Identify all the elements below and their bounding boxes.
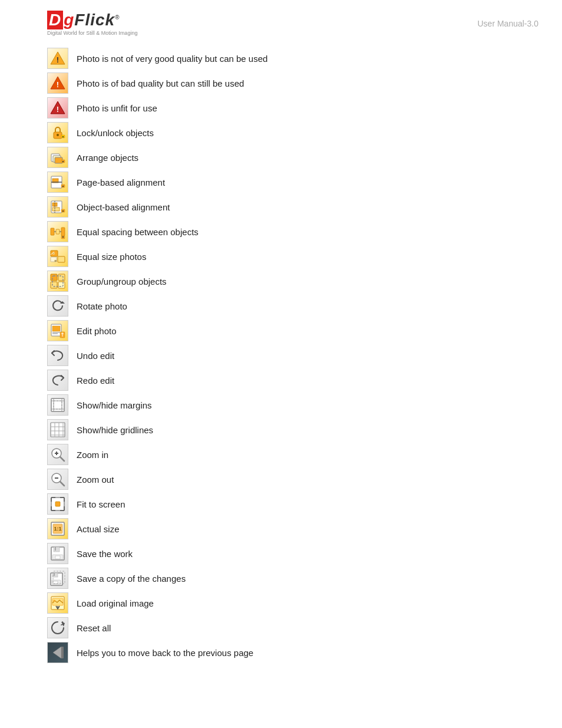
list-item: Helps you to move back to the previous p… xyxy=(47,642,515,663)
svg-rect-28 xyxy=(61,228,65,236)
photo-quality-good-icon: ! xyxy=(47,48,68,69)
list-item: Show/hide margins xyxy=(47,394,515,416)
gridlines-label: Show/hide gridlines xyxy=(77,425,153,435)
undo-label: Undo edit xyxy=(77,351,114,361)
warning-orange-svg: ! xyxy=(49,75,66,91)
list-item: Redo edit xyxy=(47,370,515,391)
page-alignment-label: Page-based alignment xyxy=(77,177,165,187)
svg-rect-86 xyxy=(54,547,59,552)
logo: DgFlick® Digital World for Still & Motio… xyxy=(47,11,137,36)
rotate-svg xyxy=(49,298,66,314)
logo-g: g xyxy=(64,11,74,29)
undo-svg xyxy=(49,347,66,364)
list-item: ▼ Equal spacing between objects xyxy=(47,221,515,242)
list-item: Load original image xyxy=(47,592,515,614)
svg-line-71 xyxy=(60,482,64,486)
margins-label: Show/hide margins xyxy=(77,400,152,410)
svg-rect-34 xyxy=(58,256,65,262)
content-area: ! Photo is not of very good quality but … xyxy=(0,42,562,690)
photo-quality-bad-icon: ! xyxy=(47,73,68,94)
arrange-label: Arrange objects xyxy=(77,153,138,163)
svg-rect-89 xyxy=(55,556,60,559)
list-item: Reset all xyxy=(47,617,515,638)
svg-text:▼: ▼ xyxy=(62,160,65,163)
svg-rect-46 xyxy=(52,326,60,331)
zoom-out-icon xyxy=(47,469,68,490)
svg-text:1:1: 1:1 xyxy=(54,526,61,532)
list-item: Rotate photo xyxy=(47,295,515,317)
svg-text:!: ! xyxy=(57,80,59,89)
back-svg xyxy=(49,644,66,661)
svg-text:▼: ▼ xyxy=(62,185,65,188)
logo-flick: Flick xyxy=(74,11,115,29)
fit-screen-icon xyxy=(47,493,68,515)
zoom-out-label: Zoom out xyxy=(77,475,114,485)
list-item: ▼ Object-based alignment xyxy=(47,196,515,218)
lock-unlock-label: Lock/unlock objects xyxy=(77,128,154,138)
group-icon xyxy=(47,271,68,292)
svg-rect-22 xyxy=(52,207,59,211)
fit-screen-label: Fit to screen xyxy=(77,499,125,509)
svg-rect-52 xyxy=(51,398,64,411)
margins-icon xyxy=(47,394,68,416)
svg-rect-39 xyxy=(51,274,57,281)
list-item: ▼ Lock/unlock objects xyxy=(47,122,515,143)
arrange-icon: ▼ xyxy=(47,147,68,168)
load-original-label: Load original image xyxy=(77,598,154,608)
list-item: 1:1 Actual size xyxy=(47,518,515,539)
back-icon xyxy=(47,642,68,663)
svg-rect-41 xyxy=(51,282,57,288)
equal-size-label: Equal size photos xyxy=(77,252,146,262)
grid-svg xyxy=(49,421,66,438)
margins-svg xyxy=(49,397,66,413)
spacing-svg: ▼ xyxy=(49,223,66,240)
save-svg xyxy=(49,545,66,562)
svg-rect-94 xyxy=(53,581,58,584)
list-item: ≡ Equal size photos xyxy=(47,246,515,267)
logo-trademark: ® xyxy=(115,14,120,21)
photo-quality-good-label: Photo is not of very good quality but ca… xyxy=(77,54,267,64)
back-label: Helps you to move back to the previous p… xyxy=(77,648,253,658)
svg-text:!: ! xyxy=(57,105,59,114)
list-item: Show/hide gridlines xyxy=(47,419,515,440)
logo-d: D xyxy=(47,11,63,29)
svg-point-98 xyxy=(54,600,55,602)
rotate-label: Rotate photo xyxy=(77,301,127,311)
photo-unfit-label: Photo is unfit for use xyxy=(77,103,157,113)
gridlines-icon xyxy=(47,419,68,440)
reset-svg xyxy=(49,620,66,636)
lock-unlock-icon: ▼ xyxy=(47,122,68,143)
svg-text:▼: ▼ xyxy=(62,135,65,139)
svg-rect-27 xyxy=(56,229,59,234)
reset-all-label: Reset all xyxy=(77,623,111,633)
zoom-out-svg xyxy=(49,471,66,487)
save-work-icon xyxy=(47,543,68,564)
svg-rect-81 xyxy=(55,502,60,506)
zoom-in-svg xyxy=(49,446,66,463)
page-alignment-icon: ▼ xyxy=(47,172,68,193)
group-svg xyxy=(49,273,66,289)
edit-photo-label: Edit photo xyxy=(77,326,117,336)
svg-rect-40 xyxy=(58,274,65,281)
list-item: ! Photo is not of very good quality but … xyxy=(47,48,515,69)
list-item: Group/ungroup objects xyxy=(47,271,515,292)
svg-point-7 xyxy=(57,134,59,136)
group-label: Group/ungroup objects xyxy=(77,276,167,286)
svg-rect-26 xyxy=(51,228,54,235)
warning-yellow-svg: ! xyxy=(49,50,66,67)
svg-rect-58 xyxy=(51,423,65,437)
object-alignment-icon: ▼ xyxy=(47,196,68,218)
zoom-in-icon xyxy=(47,444,68,465)
list-item: Save the work xyxy=(47,543,515,564)
rotate-icon xyxy=(47,295,68,317)
svg-point-37 xyxy=(53,253,55,255)
list-item: Save a copy of the changes xyxy=(47,568,515,589)
edit-svg xyxy=(49,322,66,339)
zoom-in-label: Zoom in xyxy=(77,450,108,460)
save-work-label: Save the work xyxy=(77,549,133,559)
list-item: ▼ Arrange objects xyxy=(47,147,515,168)
list-item: Undo edit xyxy=(47,345,515,366)
redo-icon xyxy=(47,370,68,391)
warning-red-svg: ! xyxy=(49,100,66,116)
list-item: Edit photo xyxy=(47,320,515,341)
